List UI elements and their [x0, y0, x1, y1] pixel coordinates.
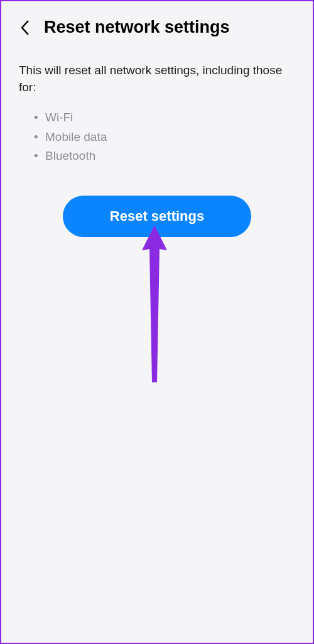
description-text: This will reset all network settings, in… — [19, 62, 295, 96]
header: Reset network settings — [19, 18, 295, 37]
settings-list: Wi-Fi Mobile data Bluetooth — [19, 108, 295, 165]
page-title: Reset network settings — [44, 18, 230, 37]
list-item: Mobile data — [34, 128, 295, 147]
back-icon[interactable] — [19, 21, 31, 34]
list-item: Wi-Fi — [34, 108, 295, 127]
list-item: Bluetooth — [34, 147, 295, 165]
reset-settings-button[interactable]: Reset settings — [63, 196, 251, 237]
